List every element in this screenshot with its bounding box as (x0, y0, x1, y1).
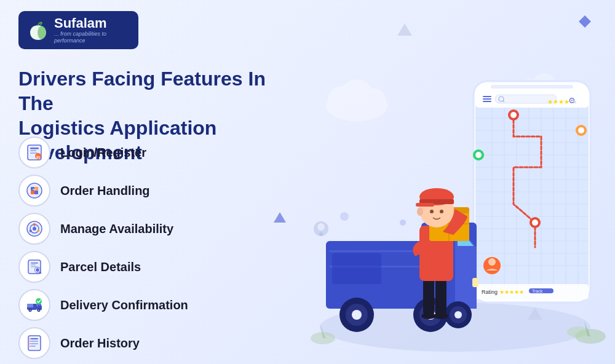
svg-rect-40 (31, 346, 36, 347)
svg-rect-43 (30, 343, 31, 344)
svg-rect-108 (332, 253, 381, 284)
svg-rect-24 (31, 263, 38, 264)
login-icon: in (18, 136, 50, 168)
svg-rect-120 (435, 278, 446, 315)
svg-rect-12 (31, 191, 34, 194)
svg-point-139 (340, 212, 349, 221)
svg-text:★★★★★: ★★★★★ (499, 289, 524, 295)
feature-item-order-history: Order History (18, 327, 277, 359)
svg-point-87 (510, 112, 517, 118)
svg-point-49 (362, 89, 386, 113)
parcel-details-icon (18, 251, 50, 283)
svg-point-32 (30, 310, 31, 311)
logo-icon (27, 19, 49, 41)
svg-point-97 (488, 258, 496, 266)
svg-point-19 (30, 230, 32, 232)
svg-rect-13 (34, 191, 38, 194)
svg-point-89 (532, 220, 538, 226)
svg-rect-11 (34, 187, 38, 191)
svg-point-93 (475, 152, 482, 158)
feature-label-login: Login/Register (60, 146, 146, 160)
logo: Sufalam ... from capabilities to perform… (18, 11, 138, 49)
svg-rect-41 (30, 338, 31, 339)
svg-text:★: ★ (572, 98, 577, 105)
svg-rect-119 (423, 278, 434, 315)
svg-point-9 (27, 183, 42, 198)
order-history-icon (18, 327, 50, 359)
svg-point-35 (36, 298, 42, 304)
svg-rect-6 (30, 152, 38, 154)
svg-text:Rating: Rating (482, 289, 498, 295)
svg-rect-131 (416, 203, 434, 207)
svg-rect-5 (30, 150, 36, 151)
svg-point-2 (38, 26, 46, 39)
feature-item-parcel-details: Parcel Details (18, 251, 277, 283)
heading-line1: Drivers Facing Features In The (18, 68, 266, 114)
delivery-confirmation-icon (18, 289, 50, 321)
svg-point-111 (352, 310, 362, 320)
svg-rect-38 (31, 341, 38, 342)
feature-item-order-handling: Order Handling (18, 175, 277, 207)
svg-point-138 (400, 220, 406, 226)
logo-tagline: ... from capabilities to performance (54, 31, 130, 44)
feature-item-delivery-confirmation: Delivery Confirmation (18, 289, 277, 321)
svg-text:Track: Track (532, 289, 543, 293)
svg-rect-26 (31, 266, 37, 267)
svg-rect-25 (31, 264, 36, 266)
illustration-area: ⚙ (301, 0, 615, 364)
svg-text:★★★★: ★★★★ (547, 98, 569, 105)
svg-point-34 (38, 310, 39, 311)
feature-label-delivery-confirmation: Delivery Confirmation (60, 298, 188, 312)
svg-point-122 (434, 313, 448, 319)
feature-list: in Login/Register Order Handling (18, 136, 277, 359)
feature-item-login: in Login/Register (18, 136, 277, 168)
svg-point-137 (319, 232, 323, 236)
svg-text:in: in (36, 155, 40, 159)
svg-rect-60 (483, 101, 491, 102)
svg-point-117 (454, 311, 462, 318)
svg-point-91 (578, 127, 584, 133)
logo-text-block: Sufalam ... from capabilities to perform… (54, 16, 130, 44)
svg-rect-59 (483, 98, 491, 100)
svg-rect-37 (31, 338, 38, 339)
svg-point-133 (440, 210, 443, 213)
svg-rect-44 (30, 346, 31, 347)
manage-availability-icon (18, 213, 50, 245)
svg-point-16 (33, 227, 36, 231)
main-illustration: ⚙ (308, 44, 615, 364)
feature-label-manage-availability: Manage Availability (60, 222, 173, 236)
svg-rect-118 (472, 278, 478, 287)
feature-label-parcel-details: Parcel Details (60, 260, 141, 274)
svg-point-18 (37, 230, 39, 232)
svg-point-134 (417, 207, 423, 216)
feature-label-order-history: Order History (60, 336, 140, 350)
logo-name: Sufalam (54, 16, 130, 31)
svg-rect-58 (483, 96, 491, 97)
svg-rect-42 (30, 341, 31, 342)
svg-point-132 (430, 210, 434, 213)
feature-label-order-handling: Order Handling (60, 184, 150, 198)
svg-rect-55 (491, 85, 573, 89)
order-handling-icon (18, 175, 50, 207)
svg-point-136 (317, 223, 325, 231)
svg-rect-4 (30, 148, 39, 149)
svg-rect-10 (31, 187, 34, 191)
feature-item-manage-availability: Manage Availability (18, 213, 277, 245)
svg-rect-39 (31, 343, 38, 344)
svg-point-1 (30, 26, 39, 39)
svg-rect-30 (27, 304, 33, 307)
